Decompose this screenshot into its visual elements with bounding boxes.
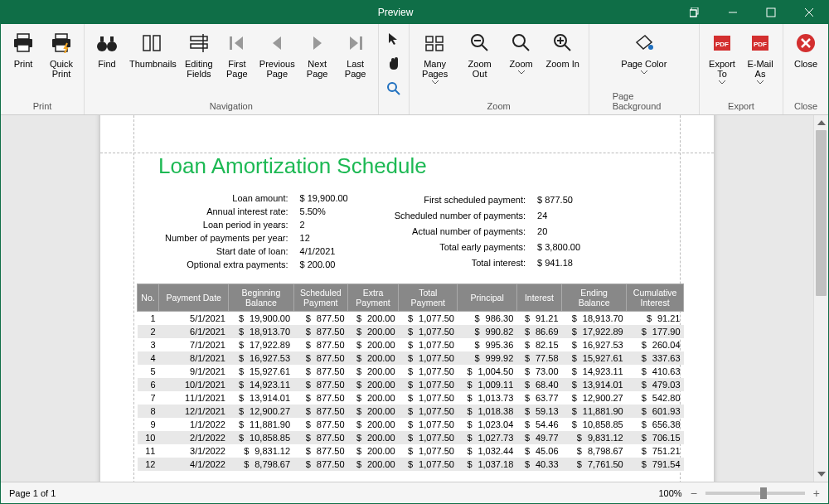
table-header: Payment Date: [159, 284, 229, 312]
svg-line-34: [523, 45, 529, 51]
svg-rect-1: [690, 10, 696, 17]
chevron-down-icon: [518, 70, 525, 75]
ribbon: Print Quick Print Print Find Thumbnails …: [1, 24, 828, 115]
table-header: Total Payment: [399, 284, 458, 312]
page-indicator: Page 1 of 1: [9, 488, 56, 498]
amortization-table: No.Payment DateBeginning BalanceSchedule…: [137, 284, 684, 471]
svg-point-33: [513, 35, 525, 46]
form-icon: [188, 29, 210, 57]
table-row: 711/1/2021$ 13,914.01$ 877.50$ 200.00$ 1…: [138, 391, 684, 405]
table-row: 812/1/2021$ 12,900.27$ 877.50$ 200.00$ 1…: [138, 405, 684, 418]
restore-button[interactable]: [676, 1, 714, 24]
table-header: Beginning Balance: [229, 284, 293, 312]
prev-icon: [269, 29, 284, 57]
zoom-out-button[interactable]: Zoom Out: [459, 27, 501, 99]
printer-icon: [12, 29, 34, 57]
table-row: 91/1/2022$ 11,881.90$ 877.50$ 200.00$ 1,…: [138, 418, 684, 431]
svg-rect-16: [110, 36, 114, 41]
binoculars-icon: [96, 29, 118, 57]
svg-rect-20: [191, 44, 207, 48]
loan-summary: Loan amount:$ 19,900.00Annual interest r…: [133, 191, 684, 284]
close-circle-icon: [796, 29, 816, 57]
svg-point-24: [388, 83, 396, 91]
page-color-button[interactable]: Page Color: [619, 27, 668, 89]
grid-icon: [424, 29, 446, 57]
table-header: Interest: [516, 284, 561, 312]
printer-bolt-icon: [51, 29, 72, 57]
next-page-button[interactable]: Next Page: [300, 27, 335, 99]
quick-print-button[interactable]: Quick Print: [44, 27, 79, 99]
table-row: 26/1/2021$ 18,913.70$ 877.50$ 200.00$ 1,…: [138, 325, 684, 338]
maximize-button[interactable]: [752, 1, 790, 24]
svg-text:PDF: PDF: [715, 41, 729, 48]
table-row: 48/1/2021$ 16,927.53$ 877.50$ 200.00$ 1,…: [138, 351, 684, 365]
zoom-slider[interactable]: [705, 492, 805, 495]
table-header: Extra Payment: [348, 284, 399, 312]
editing-fields-button[interactable]: Editing Fields: [182, 27, 216, 99]
table-header: Ending Balance: [562, 284, 627, 312]
first-page-button[interactable]: First Page: [220, 27, 255, 99]
zoom-in-button[interactable]: Zoom In: [542, 27, 584, 99]
last-icon: [347, 29, 365, 57]
svg-text:PDF: PDF: [754, 41, 767, 48]
zoom-plus-button[interactable]: +: [813, 487, 820, 500]
minimize-button[interactable]: [714, 1, 752, 24]
table-row: 15/1/2021$ 19,900.00$ 877.50$ 200.00$ 1,…: [138, 312, 684, 326]
zoom-level: 100%: [658, 488, 681, 498]
table-header: Cumulative Interest: [627, 284, 684, 312]
magnifier-tool[interactable]: [384, 79, 404, 99]
chevron-down-icon: [757, 80, 764, 85]
table-header: Principal: [458, 284, 516, 312]
svg-point-39: [648, 45, 653, 50]
email-as-button[interactable]: PDFE-Mail As: [743, 27, 778, 99]
chevron-down-icon: [719, 80, 725, 85]
svg-rect-18: [153, 36, 160, 51]
last-page-button[interactable]: Last Page: [338, 27, 373, 99]
svg-rect-4: [767, 8, 775, 17]
print-button[interactable]: Print: [6, 27, 41, 99]
hand-tool[interactable]: [384, 54, 404, 74]
svg-rect-15: [100, 36, 104, 41]
svg-rect-28: [426, 45, 433, 51]
table-row: 59/1/2021$ 15,927.61$ 877.50$ 200.00$ 1,…: [138, 365, 684, 378]
table-row: 113/1/2022$ 9,831.12$ 877.50$ 200.00$ 1,…: [138, 444, 684, 458]
document-title: Loan Amortization Schedule: [133, 115, 684, 191]
pdf-mail-icon: PDF: [750, 29, 770, 57]
export-to-button[interactable]: PDFExport To: [705, 27, 739, 99]
slider-handle[interactable]: [760, 487, 767, 499]
svg-rect-29: [436, 45, 443, 51]
svg-rect-19: [191, 36, 207, 41]
table-row: 102/1/2022$ 10,858.85$ 877.50$ 200.00$ 1…: [138, 431, 684, 444]
prev-page-button[interactable]: Previous Page: [258, 27, 297, 99]
close-window-button[interactable]: [790, 1, 828, 24]
many-pages-button[interactable]: Many Pages: [414, 27, 456, 99]
table-row: 124/1/2022$ 8,798.67$ 877.50$ 200.00$ 1,…: [138, 458, 684, 471]
scroll-thumb[interactable]: [816, 130, 827, 296]
svg-line-31: [482, 45, 487, 51]
zoom-minus-button[interactable]: −: [691, 487, 697, 500]
svg-rect-27: [436, 36, 443, 42]
scroll-down-button[interactable]: [814, 467, 828, 482]
svg-line-25: [395, 90, 400, 94]
table-header: No.: [138, 284, 159, 312]
svg-line-36: [565, 45, 570, 51]
bucket-icon: [633, 29, 655, 57]
find-button[interactable]: Find: [90, 27, 124, 99]
zoom-button[interactable]: Zoom: [504, 27, 539, 99]
svg-point-13: [97, 41, 107, 51]
title-bar: Preview: [1, 1, 828, 24]
zoom-out-icon: [470, 29, 490, 57]
scroll-up-button[interactable]: [814, 115, 828, 130]
svg-rect-9: [17, 45, 29, 51]
window-title: Preview: [115, 7, 676, 18]
svg-point-14: [107, 41, 117, 51]
vertical-scrollbar[interactable]: [813, 115, 828, 482]
pointer-tool[interactable]: [384, 29, 404, 49]
close-button[interactable]: Close: [788, 27, 823, 99]
table-row: 37/1/2021$ 17,922.89$ 877.50$ 200.00$ 1,…: [138, 338, 684, 351]
table-row: 610/1/2021$ 14,923.11$ 877.50$ 200.00$ 1…: [138, 378, 684, 391]
thumbnails-button[interactable]: Thumbnails: [128, 27, 178, 99]
next-icon: [310, 29, 325, 57]
svg-rect-7: [17, 34, 29, 39]
table-header: Scheduled Payment: [293, 284, 347, 312]
